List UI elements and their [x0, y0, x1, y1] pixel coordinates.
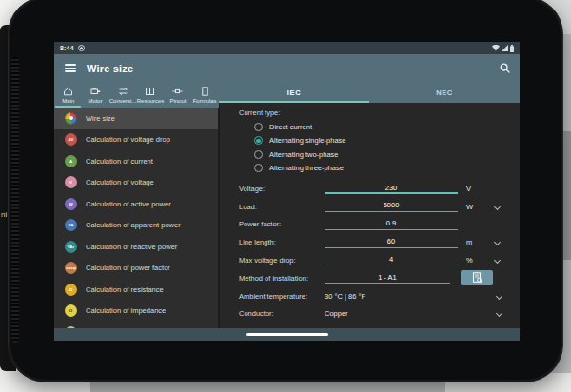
current-icon: A: [65, 155, 77, 167]
table-search-icon: [472, 272, 482, 284]
impedance-icon: Ω: [65, 304, 77, 317]
list-item-impedance[interactable]: Ω Calculation of impedance: [54, 301, 218, 323]
radio-alternating-single-phase[interactable]: Alternating single-phase: [220, 134, 520, 148]
chevron-down-icon: [496, 293, 502, 300]
load-input[interactable]: 5000: [325, 201, 458, 212]
tab-formulas[interactable]: Formulas: [191, 82, 219, 108]
module-tab-bar: Main Motor Conversi... Resources Pinout …: [54, 82, 219, 108]
tablet-screen: 8:44 Wire size Main Motor: [54, 42, 520, 341]
notification-icon: [78, 45, 85, 51]
line-length-unit[interactable]: m: [466, 238, 487, 246]
tab-label: Conversi...: [109, 97, 137, 104]
resistance-icon: Ω: [65, 284, 77, 296]
hamburger-menu-icon[interactable]: [65, 62, 76, 74]
field-power-factor: Power factor: 0.9: [220, 216, 520, 234]
tab-resources[interactable]: Resources: [136, 82, 164, 108]
list-item-voltage[interactable]: V Calculation of voltage: [54, 172, 218, 194]
gesture-pill[interactable]: [246, 333, 328, 336]
list-item-active-power[interactable]: W Calculation of active power: [54, 193, 218, 215]
conversion-icon: [118, 87, 128, 96]
connector-icon: [172, 87, 183, 96]
chevron-down-icon[interactable]: [494, 257, 501, 264]
tab-pinout[interactable]: Pinout: [164, 82, 191, 108]
status-time: 8:44: [60, 45, 74, 51]
field-load: Load: 5000 W: [220, 198, 520, 216]
field-voltage: Voltage: 230 V: [220, 180, 520, 198]
book-icon: [145, 87, 155, 96]
current-type-label: Current type:: [220, 103, 520, 120]
voltage-input[interactable]: 230: [325, 184, 458, 195]
chevron-down-icon: [496, 310, 502, 317]
radio-icon[interactable]: [254, 164, 263, 172]
power-factor-input[interactable]: 0.9: [325, 219, 458, 230]
list-item-max-wire-length[interactable]: Maximum wire length: [54, 322, 218, 328]
tab-label: Motor: [89, 97, 103, 104]
list-item-voltage-drop[interactable]: ΔV Calculation of voltage drop: [54, 129, 218, 151]
chevron-down-icon[interactable]: [494, 239, 501, 245]
radio-icon[interactable]: [254, 136, 263, 145]
line-length-input[interactable]: 60: [325, 237, 458, 248]
background-side-text: ni: [1, 210, 7, 219]
voltage-unit: V: [466, 185, 487, 193]
tab-main[interactable]: Main: [54, 82, 82, 108]
conductor-value: Copper: [325, 309, 458, 318]
battery-icon: [510, 45, 514, 52]
method-table-button[interactable]: [461, 270, 493, 285]
wire-size-form: Current type: Direct current Alternating…: [219, 103, 520, 328]
calculator-list: Wire size ΔV Calculation of voltage drop…: [54, 108, 219, 328]
active-power-icon: W: [65, 198, 77, 210]
standard-tab-bar: IEC NEC: [219, 82, 520, 103]
tablet-side-ribs: [11, 57, 19, 343]
app-toolbar: Wire size: [54, 54, 520, 82]
voltage-drop-icon: ΔV: [65, 133, 77, 146]
max-voltage-drop-unit[interactable]: %: [466, 256, 487, 265]
radio-alternating-two-phase[interactable]: Alternating two-phase: [220, 147, 520, 162]
android-navigation-bar: [54, 328, 520, 341]
voltage-icon: V: [65, 176, 77, 188]
power-factor-icon: cosφ: [65, 262, 77, 274]
tab-conversion[interactable]: Conversi...: [109, 82, 137, 108]
apparent-power-icon: VA: [65, 219, 77, 231]
radio-icon[interactable]: [254, 150, 263, 159]
load-unit[interactable]: W: [466, 203, 487, 211]
tab-label: Pinout: [169, 97, 186, 104]
list-item-power-factor[interactable]: cosφ Calculation of power factor: [54, 258, 218, 280]
app-title: Wire size: [87, 63, 133, 74]
list-item-wire-size[interactable]: Wire size: [54, 108, 218, 129]
picker-conductor[interactable]: Conductor: Copper: [220, 305, 520, 323]
tab-nec[interactable]: NEC: [369, 82, 520, 103]
home-icon: [63, 87, 73, 96]
ambient-temperature-value: 30 °C | 86 °F: [325, 292, 458, 301]
tab-iec[interactable]: IEC: [219, 82, 369, 103]
list-item-resistance[interactable]: Ω Calculation of resistance: [54, 279, 218, 301]
field-max-voltage-drop: Max voltage drop: 4 %: [220, 251, 520, 269]
list-item-apparent-power[interactable]: VA Calculation of apparent power: [54, 215, 218, 237]
radio-icon[interactable]: [254, 123, 263, 131]
motor-icon: [90, 87, 101, 96]
radio-alternating-three-phase[interactable]: Alternating three-phase: [220, 162, 520, 176]
max-voltage-drop-input[interactable]: 4: [325, 255, 458, 266]
field-method-of-installation: Method of installation: 1 - A1: [220, 269, 520, 287]
list-item-current[interactable]: A Calculation of current: [54, 150, 218, 172]
tab-label: Main: [62, 97, 74, 104]
color-wheel-icon: [65, 112, 77, 125]
status-bar: 8:44: [54, 42, 520, 54]
tab-label: Formulas: [193, 97, 217, 104]
search-icon[interactable]: [500, 63, 510, 73]
radio-direct-current[interactable]: Direct current: [220, 120, 520, 134]
tab-motor[interactable]: Motor: [82, 82, 109, 108]
document-icon: [200, 87, 210, 96]
wifi-icon: [492, 45, 500, 51]
method-of-installation-input[interactable]: 1 - A1: [325, 273, 450, 284]
tab-label: Resources: [137, 97, 165, 104]
picker-ambient-temperature[interactable]: Ambient temperature: 30 °C | 86 °F: [220, 287, 520, 305]
chevron-down-icon[interactable]: [494, 204, 501, 210]
cellular-signal-icon: [502, 45, 508, 51]
reactive-power-icon: VAr: [65, 241, 77, 253]
list-item-reactive-power[interactable]: VAr Calculation of reactive power: [54, 236, 218, 258]
field-line-length: Line length: 60 m: [220, 233, 520, 251]
